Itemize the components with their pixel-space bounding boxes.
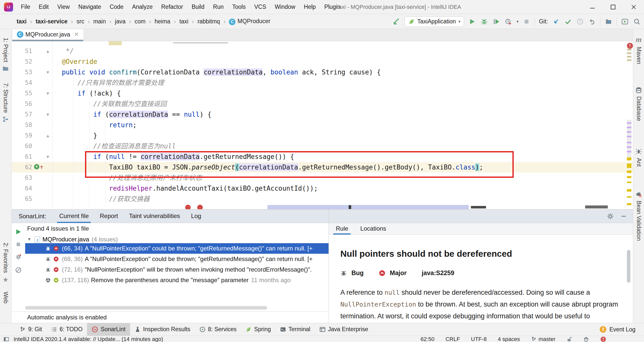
- code-line-51[interactable]: */: [46, 46, 483, 56]
- status-message[interactable]: IntelliJ IDEA 2020.1.4 available: // Upd…: [14, 336, 163, 342]
- hide-panel-icon[interactable]: [620, 213, 627, 220]
- issue-row[interactable]: (72, 16)"NullPointerException" will be t…: [25, 264, 329, 275]
- code-line-59[interactable]: }: [46, 130, 483, 141]
- clear-icon[interactable]: [15, 267, 22, 273]
- stripe-button-database[interactable]: Database: [633, 87, 644, 121]
- run-configuration-select[interactable]: TaxiApplication ▾: [405, 16, 464, 27]
- indent-setting[interactable]: 4 spaces: [498, 336, 520, 342]
- breadcrumb-item[interactable]: main: [92, 18, 107, 25]
- lock-icon[interactable]: [567, 336, 572, 342]
- menu-help[interactable]: Help: [300, 0, 320, 14]
- rollback-icon[interactable]: [588, 18, 596, 26]
- tool-windows-icon[interactable]: [4, 336, 9, 342]
- file-tree-node[interactable]: ▼ J MQProducer.java (4 issues): [27, 235, 118, 244]
- maximize-icon[interactable]: [603, 0, 623, 14]
- breadcrumb-item[interactable]: java: [114, 18, 127, 25]
- line-ending[interactable]: CRLF: [446, 336, 460, 342]
- stripe-button-bean-validation[interactable]: Bean Validation: [633, 191, 644, 241]
- horizontal-scrollbar[interactable]: [25, 306, 267, 310]
- code-line-55[interactable]: if (!ack) {: [46, 88, 483, 99]
- tree-expand-icon[interactable]: ▼: [27, 237, 31, 242]
- git-commit-button[interactable]: [564, 18, 572, 26]
- code-line-64[interactable]: redisHelper.handelAccountTaxi(taxiBO.get…: [46, 183, 483, 194]
- menu-edit[interactable]: Edit: [34, 0, 53, 14]
- git-update-button[interactable]: [552, 18, 560, 26]
- git-branch-widget[interactable]: master: [531, 336, 555, 342]
- history-clock-icon[interactable]: [576, 18, 584, 26]
- menu-vcs[interactable]: VCS: [250, 0, 270, 14]
- code-line-60[interactable]: //检查返回消息是否为null: [46, 141, 483, 151]
- gear-icon[interactable]: [607, 213, 614, 220]
- issue-row[interactable]: (68, 36)A "NullPointerException" could b…: [25, 254, 329, 264]
- menu-view[interactable]: View: [53, 0, 74, 14]
- override-method-gutter-icon[interactable]: [34, 163, 44, 170]
- caret-position[interactable]: 62:50: [421, 336, 434, 342]
- tool-button-sonarlint[interactable]: SonarLint: [87, 323, 130, 336]
- run-anything-icon[interactable]: [621, 18, 629, 26]
- vertical-scrollbar[interactable]: [627, 250, 630, 283]
- breadcrumb-item[interactable]: taxi-service: [35, 18, 69, 25]
- analyze-play-icon[interactable]: [15, 229, 22, 235]
- sonarlint-tab-current-file[interactable]: Current file: [54, 209, 94, 223]
- stop-button[interactable]: [522, 18, 531, 26]
- error-indicator-icon[interactable]: [600, 336, 606, 342]
- stop-analysis-icon[interactable]: [16, 242, 21, 247]
- code-editor[interactable]: 515253545556575859606162636465 ▴▾▾▾▴▾ */…: [12, 41, 633, 209]
- breadcrumb-item[interactable]: taxi: [16, 18, 28, 25]
- search-everywhere-icon[interactable]: [633, 18, 641, 26]
- tool-button-9-git[interactable]: 9: Git: [15, 323, 47, 336]
- back-arrow-icon[interactable]: [392, 18, 400, 26]
- debug-button[interactable]: [480, 18, 488, 26]
- code-line-58[interactable]: return;: [46, 120, 483, 130]
- tool-button-java-enterprise[interactable]: Java Enterprise: [315, 323, 373, 336]
- sonarlint-tab-taint-vulnerabilities[interactable]: Taint vulnerabilities: [124, 209, 186, 223]
- file-encoding[interactable]: UTF-8: [471, 336, 487, 342]
- stripe-button-1-project[interactable]: 1: Project: [0, 38, 11, 72]
- profiler-button[interactable]: [504, 18, 512, 26]
- error-stripe[interactable]: [626, 41, 632, 209]
- rule-tab-rule[interactable]: Rule: [331, 223, 353, 234]
- breadcrumb-item[interactable]: taxi: [178, 18, 189, 25]
- code-line-54[interactable]: //只有异常的数据才需要处理: [46, 77, 483, 88]
- breadcrumb-item[interactable]: rabbitmq: [196, 18, 221, 25]
- stripe-button-ant[interactable]: Ant: [633, 148, 644, 167]
- menu-code[interactable]: Code: [105, 0, 128, 14]
- close-icon[interactable]: [623, 0, 644, 14]
- breadcrumb-item[interactable]: src: [75, 18, 85, 25]
- run-button[interactable]: [468, 18, 476, 26]
- stripe-button-maven[interactable]: mMaven: [633, 35, 644, 64]
- hector-inspector-icon[interactable]: [583, 336, 589, 342]
- tool-button-terminal[interactable]: Terminal: [275, 323, 315, 336]
- code-line-65[interactable]: //获取交换器: [46, 194, 483, 204]
- code-line-56[interactable]: //关联数据为空直接返回: [46, 99, 483, 109]
- issue-row[interactable]: (137, 116)Remove the parentheses around …: [25, 275, 329, 285]
- project-structure-icon[interactable]: [605, 18, 613, 26]
- run-with-coverage-button[interactable]: [492, 18, 500, 26]
- menu-build[interactable]: Build: [187, 0, 209, 14]
- minimize-icon[interactable]: [582, 0, 603, 14]
- analysis-error-badge[interactable]: !: [627, 43, 633, 49]
- menu-analyze[interactable]: Analyze: [128, 0, 157, 14]
- code-line-57[interactable]: if (correlationData == null) {: [46, 109, 483, 120]
- breadcrumb-item[interactable]: CMQProducer: [228, 18, 271, 25]
- event-log-button[interactable]: 2 Event Log: [600, 323, 635, 336]
- breadcrumb-item[interactable]: heima: [153, 18, 171, 25]
- menu-refactor[interactable]: Refactor: [157, 0, 187, 14]
- code-line-52[interactable]: @Override: [46, 56, 483, 67]
- tool-button-spring[interactable]: Spring: [241, 323, 275, 336]
- menu-tools[interactable]: Tools: [228, 0, 250, 14]
- tab-close-icon[interactable]: ✕: [74, 31, 79, 38]
- sonarlint-tab-report[interactable]: Report: [94, 209, 124, 223]
- code-line-53[interactable]: public void confirm(CorrelationData corr…: [46, 67, 483, 77]
- stripe-button-7-structure[interactable]: 7: Structure: [0, 83, 11, 122]
- editor-tab-mqproducer[interactable]: C MQProducer.java ✕: [12, 29, 83, 41]
- issue-row[interactable]: (66, 34)A "NullPointerException" could b…: [25, 243, 329, 254]
- rule-tab-locations[interactable]: Locations: [355, 223, 391, 234]
- stripe-button-web[interactable]: Web: [0, 292, 11, 304]
- profiler-dropdown-icon[interactable]: ▾: [516, 19, 518, 24]
- tool-button-inspection-results[interactable]: Inspection Results: [130, 323, 195, 336]
- breadcrumb-item[interactable]: com: [134, 18, 146, 25]
- settings-icon[interactable]: [15, 254, 22, 260]
- menu-file[interactable]: File: [17, 0, 34, 14]
- menu-run[interactable]: Run: [209, 0, 228, 14]
